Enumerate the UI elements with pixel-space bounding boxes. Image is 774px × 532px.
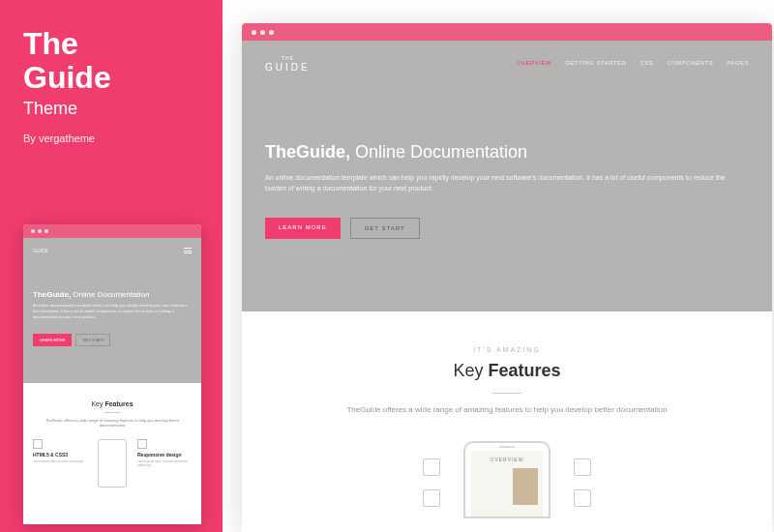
phone-speaker-icon bbox=[499, 446, 515, 448]
desktop-description: An online documentation template which c… bbox=[265, 172, 729, 195]
window-dot-icon bbox=[252, 30, 256, 35]
features-overline: IT'S AMAZING bbox=[265, 346, 749, 353]
title-block: The Guide Theme By vergatheme bbox=[0, 0, 223, 152]
nav-pages[interactable]: PAGES bbox=[727, 60, 749, 66]
mobile-features-subtitle: TheGuide offeres a wide range of amazing… bbox=[33, 418, 192, 428]
desktop-heading-light: Online Documentation bbox=[355, 142, 527, 162]
mobile-window-bar bbox=[23, 224, 201, 238]
learn-more-button[interactable]: LEARN MORE bbox=[33, 334, 72, 346]
features-title-light: Key bbox=[453, 361, 483, 380]
desktop-preview: THE GUIDE OVERVIEW GETTING STARTED CSS C… bbox=[242, 23, 772, 532]
mobile-heading-bold: TheGuide, bbox=[33, 290, 71, 299]
logo-big: GUIDE bbox=[265, 62, 311, 73]
desktop-features: IT'S AMAZING Key Features TheGuide offer… bbox=[242, 311, 772, 532]
divider-icon bbox=[104, 412, 120, 413]
mobile-features-title: Key Features bbox=[33, 400, 192, 407]
responsive-icon bbox=[574, 458, 591, 476]
feature-label: HTML5 & CSS3 bbox=[33, 452, 87, 458]
phone-content-block bbox=[513, 468, 538, 505]
features-title-bold: Features bbox=[104, 400, 133, 407]
feature-label: Responsive design bbox=[137, 452, 192, 458]
feature-col-phone bbox=[95, 439, 130, 488]
feature-icon bbox=[423, 489, 440, 507]
feature-text: Lorem ipsum dolor sit amet consectetur bbox=[33, 459, 87, 463]
desktop-features-subtitle: TheGuide offeres a wide range of amazing… bbox=[265, 405, 749, 414]
window-dot-icon bbox=[269, 30, 274, 35]
mobile-nav: GUIDE bbox=[33, 248, 192, 253]
feature-col-html5: HTML5 & CSS3 Lorem ipsum dolor sit amet … bbox=[33, 439, 87, 488]
desktop-buttons: LEARN MORE GET START bbox=[265, 218, 749, 239]
mobile-description: An online documentation template which c… bbox=[33, 303, 192, 320]
mobile-heading-light: Online Documentation bbox=[73, 290, 149, 299]
responsive-icon bbox=[137, 439, 147, 449]
nav-css[interactable]: CSS bbox=[640, 60, 653, 66]
theme-title-line1: The bbox=[23, 27, 199, 61]
features-title-light: Key bbox=[91, 400, 103, 407]
mobile-features-row: HTML5 & CSS3 Lorem ipsum dolor sit amet … bbox=[33, 439, 192, 488]
desktop-heading-bold: TheGuide, bbox=[265, 142, 350, 162]
feature-col-responsive: Responsive design Lorem ipsum dolor sit … bbox=[137, 439, 192, 488]
desktop-window-bar bbox=[242, 23, 772, 41]
get-start-button[interactable]: GET START bbox=[75, 334, 110, 346]
desktop-heading: TheGuide, Online Documentation bbox=[265, 142, 749, 163]
mobile-logo: GUIDE bbox=[33, 248, 48, 253]
right-feature-icons bbox=[574, 458, 591, 507]
desktop-menu: OVERVIEW GETTING STARTED CSS COMPONENTS … bbox=[517, 56, 749, 66]
window-dot-icon bbox=[260, 30, 265, 35]
hamburger-icon[interactable] bbox=[184, 248, 192, 253]
desktop-hero: THE GUIDE OVERVIEW GETTING STARTED CSS C… bbox=[242, 41, 772, 311]
window-dot-icon bbox=[38, 229, 42, 233]
theme-byline: By vergatheme bbox=[23, 133, 199, 144]
mobile-hero: GUIDE TheGuide, Online Documentation An … bbox=[23, 238, 201, 383]
phone-mockup: OVERVIEW bbox=[463, 441, 551, 518]
get-start-button[interactable]: GET START bbox=[350, 218, 420, 239]
features-title-bold: Features bbox=[489, 361, 561, 380]
phone-screen: OVERVIEW bbox=[471, 451, 543, 517]
mobile-features: Key Features TheGuide offeres a wide ran… bbox=[23, 383, 201, 505]
mobile-heading: TheGuide, Online Documentation bbox=[33, 290, 192, 299]
learn-more-button[interactable]: LEARN MORE bbox=[265, 218, 341, 239]
feature-icon bbox=[574, 489, 591, 507]
mobile-buttons: LEARN MORE GET START bbox=[33, 334, 192, 346]
html5-icon bbox=[423, 458, 440, 476]
desktop-logo[interactable]: THE GUIDE bbox=[265, 56, 311, 73]
nav-overview[interactable]: OVERVIEW bbox=[517, 60, 551, 66]
theme-title-line2: Guide bbox=[23, 61, 199, 95]
window-dot-icon bbox=[31, 229, 35, 233]
theme-subtitle: Theme bbox=[23, 99, 199, 119]
nav-components[interactable]: COMPONENTS bbox=[667, 60, 713, 66]
divider-icon bbox=[492, 393, 521, 394]
desktop-nav: THE GUIDE OVERVIEW GETTING STARTED CSS C… bbox=[265, 56, 749, 73]
logo-small: THE bbox=[265, 56, 311, 62]
html5-icon bbox=[33, 439, 43, 449]
nav-getting-started[interactable]: GETTING STARTED bbox=[565, 60, 626, 66]
phone-overview-label: OVERVIEW bbox=[477, 457, 537, 462]
desktop-features-title: Key Features bbox=[265, 361, 749, 381]
feature-text: Lorem ipsum dolor sit amet consectetur a… bbox=[137, 459, 192, 467]
sidebar: The Guide Theme By vergatheme GUIDE TheG… bbox=[0, 0, 223, 532]
left-feature-icons bbox=[423, 458, 440, 507]
phone-mockup-icon bbox=[98, 439, 127, 488]
mobile-preview: GUIDE TheGuide, Online Documentation An … bbox=[23, 224, 201, 524]
window-dot-icon bbox=[45, 229, 48, 233]
